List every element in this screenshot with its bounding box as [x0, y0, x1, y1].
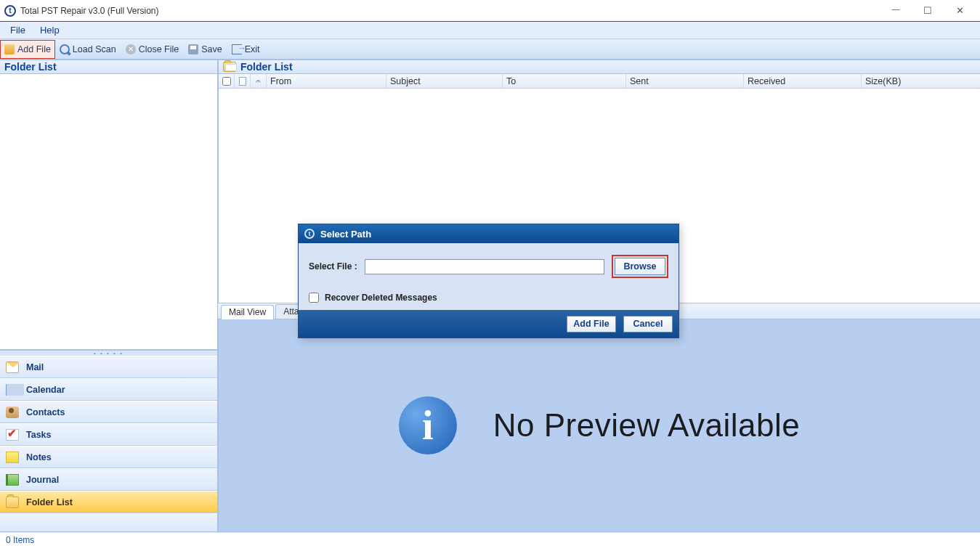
folder-list-title: Folder List	[4, 61, 57, 73]
recover-deleted-label: Recover Deleted Messages	[325, 293, 437, 303]
nav-journal-label: Journal	[26, 475, 59, 485]
status-items: 0 Items	[6, 535, 34, 545]
add-file-icon	[4, 44, 15, 54]
col-sent[interactable]: Sent	[626, 74, 744, 88]
statusbar: 0 Items	[0, 532, 980, 548]
folder-icon	[6, 497, 19, 508]
col-received[interactable]: Received	[744, 74, 862, 88]
document-icon	[239, 77, 246, 86]
dialog-footer: Add File Cancel	[299, 310, 679, 338]
col-checkbox[interactable]	[219, 74, 235, 88]
journal-icon	[6, 474, 19, 486]
nav-mail-label: Mail	[26, 362, 44, 372]
app-icon: t	[4, 5, 16, 17]
nav-tasks-label: Tasks	[26, 430, 52, 440]
notes-icon	[6, 452, 19, 463]
mail-icon	[6, 362, 19, 373]
toolbar-exit-label: Exit	[245, 44, 260, 54]
browse-button[interactable]: Browse	[615, 258, 665, 275]
exit-icon	[232, 44, 242, 54]
nav-footer	[0, 513, 217, 531]
paperclip-icon: 𝄐	[256, 76, 261, 86]
nav-tasks[interactable]: Tasks	[0, 423, 217, 446]
toolbar-save-button[interactable]: Save	[184, 40, 227, 59]
nav-contacts-label: Contacts	[26, 407, 65, 417]
minimize-button[interactable]	[880, 1, 912, 21]
dialog-app-icon: t	[304, 229, 315, 239]
nav-notes[interactable]: Notes	[0, 446, 217, 468]
nav-calendar[interactable]: Calendar	[0, 378, 217, 401]
dialog-add-file-button[interactable]: Add File	[567, 316, 616, 332]
toolbar-load-scan-button[interactable]: Load Scan	[55, 40, 121, 59]
select-file-label: Select File :	[309, 261, 357, 272]
menu-file[interactable]: File	[4, 23, 34, 37]
nav-mail[interactable]: Mail	[0, 356, 217, 378]
titlebar: t Total PST Repair v3.0 (Full Version)	[0, 0, 980, 22]
select-file-row: Select File : Browse	[309, 255, 668, 278]
left-panel: Folder List • • • • • Mail Calendar Cont…	[0, 60, 218, 531]
dialog-title-text: Select Path	[320, 229, 371, 240]
close-window-button[interactable]	[944, 1, 976, 21]
col-size[interactable]: Size(KB)	[862, 74, 980, 88]
nav-journal[interactable]: Journal	[0, 468, 217, 491]
toolbar-add-file-button[interactable]: Add File	[0, 40, 55, 59]
toolbar-close-file-button[interactable]: Close File	[121, 40, 185, 59]
toolbar: Add File Load Scan Close File Save Exit	[0, 39, 980, 60]
select-path-dialog: t Select Path Select File : Browse Recov…	[298, 224, 679, 338]
col-attachment-icon[interactable]: 𝄐	[251, 74, 267, 88]
col-type-icon[interactable]	[235, 74, 251, 88]
col-to[interactable]: To	[503, 74, 626, 88]
dialog-body: Select File : Browse Recover Deleted Mes…	[299, 243, 679, 310]
info-icon: i	[399, 396, 457, 454]
nav-calendar-label: Calendar	[26, 385, 65, 395]
nav-folder-list[interactable]: Folder List	[0, 491, 217, 513]
close-icon	[126, 44, 136, 54]
nav-notes-label: Notes	[26, 452, 52, 462]
contacts-icon	[6, 407, 19, 418]
toolbar-exit-button[interactable]: Exit	[227, 40, 265, 59]
col-from[interactable]: From	[267, 74, 386, 88]
column-headers: 𝄐 From Subject To Sent Received Size(KB)	[219, 74, 980, 89]
browse-highlight: Browse	[612, 255, 668, 278]
toolbar-add-file-label: Add File	[17, 44, 51, 54]
preview-pane: i No Preview Available	[218, 319, 980, 531]
nav-contacts[interactable]: Contacts	[0, 401, 217, 423]
navigation-items: Mail Calendar Contacts Tasks Notes Journ…	[0, 356, 217, 513]
maximize-button[interactable]	[912, 1, 944, 21]
app-title: Total PST Repair v3.0 (Full Version)	[20, 6, 880, 16]
menubar: File Help	[0, 22, 980, 39]
toolbar-save-label: Save	[201, 44, 222, 54]
tab-mail-view[interactable]: Mail View	[221, 305, 274, 319]
right-header: Folder List	[219, 60, 980, 74]
tasks-icon	[6, 429, 19, 441]
folder-list-header: Folder List	[0, 60, 217, 74]
calendar-icon	[6, 384, 19, 396]
toolbar-close-file-label: Close File	[139, 44, 179, 54]
recover-row: Recover Deleted Messages	[309, 293, 668, 303]
dialog-titlebar[interactable]: t Select Path	[299, 224, 679, 243]
menu-help[interactable]: Help	[34, 23, 68, 37]
recover-deleted-checkbox[interactable]	[309, 293, 319, 303]
right-header-title: Folder List	[240, 61, 293, 73]
nav-folder-list-label: Folder List	[26, 497, 73, 507]
select-file-input[interactable]	[365, 259, 604, 274]
folder-open-icon	[223, 62, 236, 72]
save-icon	[188, 44, 198, 54]
col-subject[interactable]: Subject	[386, 74, 503, 88]
dialog-cancel-button[interactable]: Cancel	[623, 316, 673, 332]
toolbar-load-scan-label: Load Scan	[73, 44, 116, 54]
no-preview-message: No Preview Available	[493, 407, 801, 444]
window-controls	[880, 1, 976, 21]
folder-tree[interactable]	[0, 74, 217, 350]
select-all-checkbox[interactable]	[222, 77, 231, 86]
splitter-handle[interactable]: • • • • •	[0, 350, 217, 356]
search-icon	[60, 44, 70, 54]
